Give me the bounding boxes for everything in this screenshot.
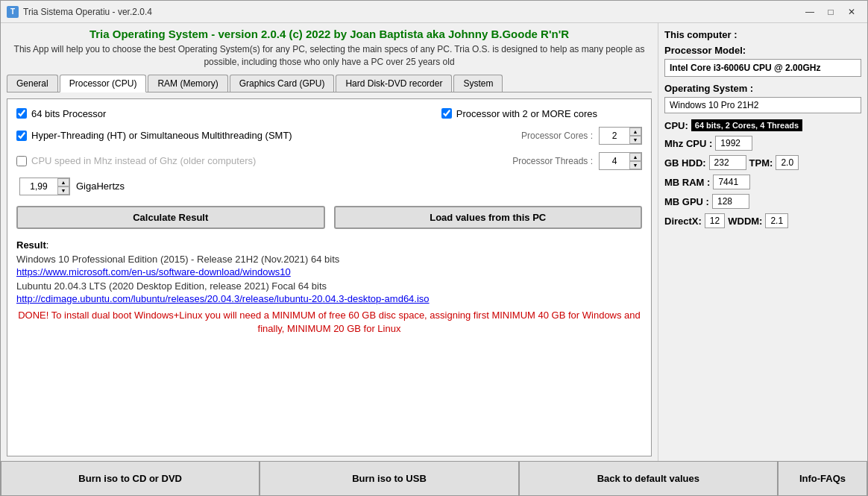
check-more-cores[interactable] (441, 108, 452, 119)
cores-group: Processor Cores : ▲ ▼ (521, 127, 642, 145)
cores-label: Processor Cores : (521, 131, 593, 141)
ghz-label: GigaHertzs (76, 180, 125, 192)
this-computer-label: This computer : (664, 29, 861, 40)
gpu-row: MB GPU : 128 (664, 194, 861, 209)
check-64bit-group: 64 bits Processor (16, 108, 106, 119)
cpu-row-1: 64 bits Processor Processor with 2 or MO… (16, 108, 642, 119)
tab-system[interactable]: System (453, 75, 503, 92)
tab-content-processor: 64 bits Processor Processor with 2 or MO… (7, 98, 652, 456)
burn-cd-button[interactable]: Burn iso to CD or DVD (1, 462, 260, 495)
threads-spin-buttons: ▲ ▼ (629, 153, 641, 169)
tpm-value: 2.0 (776, 155, 799, 170)
check-hyperthreading[interactable] (16, 131, 27, 141)
action-buttons: Calculate Result Load values from this P… (16, 206, 642, 229)
result-link1[interactable]: https://www.microsoft.com/en-us/software… (16, 266, 642, 277)
burn-usb-button[interactable]: Burn iso to USB (260, 462, 518, 495)
close-button[interactable]: ✕ (842, 4, 861, 20)
cores-spin-down[interactable]: ▼ (629, 136, 641, 144)
mb-gpu-label: MB GPU : (664, 196, 709, 207)
cores-spinbox: ▲ ▼ (599, 127, 642, 145)
wddm-label: WDDM: (728, 216, 762, 227)
tab-gpu[interactable]: Graphics Card (GPU) (230, 75, 335, 92)
cores-spin-buttons: ▲ ▼ (629, 128, 641, 144)
directx-label: DirectX: (664, 216, 702, 227)
threads-label: Processor Threads : (512, 156, 593, 166)
check-ht-group: Hyper-Threading (HT) or Simultaneous Mul… (16, 130, 292, 141)
mhz-cpu-value: 1992 (715, 136, 752, 151)
threads-spinbox: ▲ ▼ (599, 152, 642, 170)
main-window: T Tria Sistema Operatiu - ver.2.0.4 — □ … (0, 0, 868, 496)
threads-group: Processor Threads : ▲ ▼ (512, 152, 642, 170)
cpu-badge: 64 bits, 2 Cores, 4 Threads (691, 119, 802, 131)
check-mhz-group: CPU speed in Mhz instead of Ghz (older c… (16, 155, 256, 166)
threads-spin-down[interactable]: ▼ (629, 161, 641, 169)
mhz-row: ▲ ▼ GigaHertzs (19, 178, 642, 195)
tab-hdd[interactable]: Hard Disk-DVD recorder (336, 75, 452, 92)
tab-processor[interactable]: Processor (CPU) (60, 75, 147, 92)
processor-model-value: Intel Core i3-6006U CPU @ 2.00GHz (664, 59, 861, 77)
check-ht-label: Hyper-Threading (HT) or Simultaneous Mul… (31, 130, 292, 141)
app-title: Tria Operating System - version 2.0.4 (c… (7, 28, 652, 40)
tab-ram[interactable]: RAM (Memory) (148, 75, 227, 92)
mb-gpu-value: 128 (712, 194, 749, 209)
mhz-spin-up[interactable]: ▲ (57, 178, 69, 186)
mhz-input[interactable] (20, 178, 57, 195)
threads-input[interactable] (600, 153, 629, 169)
cpu-row-2: Hyper-Threading (HT) or Simultaneous Mul… (16, 127, 642, 145)
tab-bar: General Processor (CPU) RAM (Memory) Gra… (7, 75, 652, 92)
result-link2[interactable]: http://cdimage.ubuntu.com/lubuntu/releas… (16, 293, 642, 304)
window-controls: — □ ✕ (800, 4, 861, 20)
bottom-bar: Burn iso to CD or DVD Burn iso to USB Ba… (1, 461, 867, 495)
default-values-button[interactable]: Back to default values (519, 462, 778, 495)
wddm-value: 2.1 (765, 213, 788, 228)
load-values-button[interactable]: Load values from this PC (334, 206, 643, 229)
calculate-button[interactable]: Calculate Result (16, 206, 325, 229)
mb-ram-label: MB RAM : (664, 177, 710, 188)
check-more-cores-group: Processor with 2 or MORE cores (441, 108, 597, 119)
check-mhz[interactable] (16, 156, 27, 166)
app-icon: T (7, 6, 19, 18)
mhz-row: Mhz CPU : 1992 (664, 136, 861, 151)
result-warning: DONE! To install dual boot Windows+Linux… (16, 309, 642, 336)
mhz-spin-buttons: ▲ ▼ (57, 178, 69, 195)
check-mhz-label: CPU speed in Mhz instead of Ghz (older c… (31, 155, 256, 166)
mhz-spinbox: ▲ ▼ (19, 178, 70, 195)
threads-spin-up[interactable]: ▲ (629, 153, 641, 161)
cores-spin-up[interactable]: ▲ (629, 128, 641, 136)
gb-hdd-value: 232 (709, 155, 746, 170)
minimize-button[interactable]: — (800, 4, 820, 20)
result-title: Result: (16, 239, 642, 251)
directx-row: DirectX: 12 WDDM: 2.1 (664, 213, 861, 228)
tab-general[interactable]: General (7, 75, 58, 92)
cpu-label: CPU: (664, 120, 688, 131)
left-panel: Tria Operating System - version 2.0.4 (c… (1, 23, 658, 461)
directx-value: 12 (705, 213, 725, 228)
cpu-row-3: CPU speed in Mhz instead of Ghz (older c… (16, 152, 642, 170)
maximize-button[interactable]: □ (821, 4, 840, 20)
result-section: Result: Windows 10 Professional Edition … (16, 239, 642, 336)
os-value: Windows 10 Pro 21H2 (664, 97, 861, 113)
os-label: Operating System : (664, 83, 861, 94)
processor-model-label: Processor Model: (664, 45, 861, 56)
main-content: Tria Operating System - version 2.0.4 (c… (1, 23, 867, 461)
cores-input[interactable] (600, 128, 629, 144)
ram-row: MB RAM : 7441 (664, 175, 861, 189)
check-more-cores-label: Processor with 2 or MORE cores (456, 108, 597, 119)
gb-hdd-label: GB HDD: (664, 157, 706, 169)
window-title: Tria Sistema Operatiu - ver.2.0.4 (23, 7, 152, 17)
check-64bit[interactable] (16, 108, 27, 119)
title-bar: T Tria Sistema Operatiu - ver.2.0.4 — □ … (1, 1, 867, 23)
hdd-row: GB HDD: 232 TPM: 2.0 (664, 155, 861, 170)
right-panel: This computer : Processor Model: Intel C… (658, 23, 867, 461)
result-os2: Lubuntu 20.04.3 LTS (2020 Desktop Editio… (16, 280, 642, 292)
title-bar-left: T Tria Sistema Operatiu - ver.2.0.4 (7, 6, 152, 18)
tpm-label: TPM: (749, 157, 773, 169)
cpu-badge-row: CPU: 64 bits, 2 Cores, 4 Threads (664, 119, 861, 131)
app-description: This App will help you to choose the bes… (7, 43, 652, 69)
mhz-spin-down[interactable]: ▼ (57, 186, 69, 195)
mhz-cpu-label: Mhz CPU : (664, 138, 712, 149)
result-os1: Windows 10 Professional Edition (2015) -… (16, 254, 642, 265)
info-faqs-button[interactable]: Info-FAQs (778, 462, 867, 495)
mb-ram-value: 7441 (713, 175, 750, 189)
check-64bit-label: 64 bits Processor (31, 108, 106, 119)
